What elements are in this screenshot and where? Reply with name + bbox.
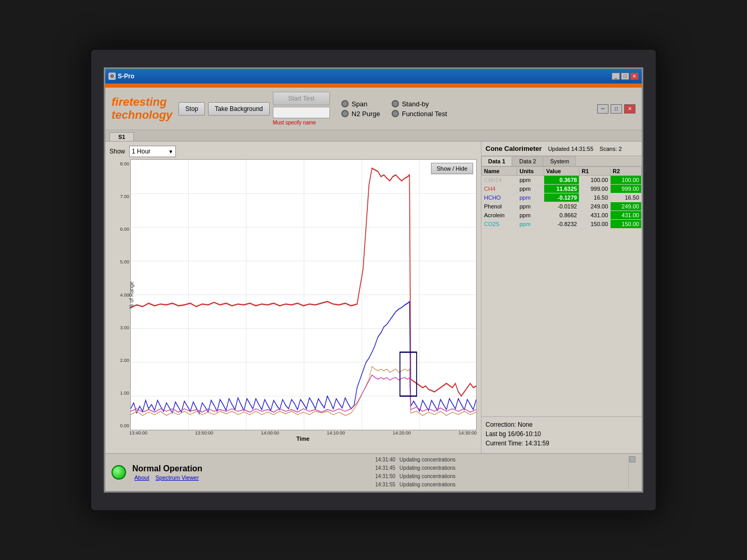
cell-name-ch4: CH4 (482, 185, 517, 193)
col-r1: R1 (579, 167, 611, 176)
test-name-input[interactable] (273, 107, 330, 118)
log-entry-4: 14:31:55 Updating concentrations (375, 481, 455, 489)
n2purge-label: N2 Purge (352, 110, 380, 118)
tab-data1[interactable]: Data 1 (481, 156, 512, 166)
table-row: CH4 ppm 11.6325 999.00 999.00 (482, 185, 642, 193)
take-background-button[interactable]: Take Background (208, 102, 270, 116)
cell-r2-ch4: 999.00 (611, 185, 642, 193)
col-units: Units (517, 167, 544, 176)
minimize-button[interactable]: _ (612, 73, 620, 80)
logo-line2: technology (112, 109, 172, 121)
span-label: Span (352, 100, 367, 108)
cell-name-phenol: Phenol (482, 202, 517, 211)
cell-r1-co2s: 150.00 (579, 220, 611, 229)
chart-panel: Show 1 Hour ▼ 8.00 7.00 6.00 5.00 (105, 142, 481, 453)
cell-name-acrolein: Acrolein (482, 211, 517, 220)
start-test-button[interactable]: Start Test (273, 92, 330, 105)
main-content: Show 1 Hour ▼ 8.00 7.00 6.00 5.00 (105, 142, 642, 453)
cone-updated: Updated 14:31:55 (548, 146, 593, 152)
col-value: Value (544, 167, 579, 176)
standby-functional-group: Stand-by Functional Test (392, 100, 447, 118)
col-r2: R2 (611, 167, 642, 176)
tab-s1[interactable]: S1 (109, 132, 134, 141)
cell-value-ch4: 11.6325 (544, 185, 579, 193)
time-range-value: 1 Hour (132, 148, 150, 155)
cell-value-c6h14: 0.3678 (544, 176, 579, 185)
cell-value-phenol: -0.0192 (544, 202, 579, 211)
scrollbar-area (628, 456, 635, 489)
span-radio[interactable]: Span (341, 100, 380, 108)
cell-units-c6h14: ppm (517, 176, 544, 185)
cell-r2-co2s: 150.00 (611, 220, 642, 229)
cell-r1-c6h14: 100.00 (579, 176, 611, 185)
window-max-button[interactable]: □ (611, 104, 622, 114)
cell-r1-acrolein: 431.00 (579, 211, 611, 220)
x-axis-area: 13:40:00 13:50:00 14:00:00 14:10:00 14:2… (109, 430, 477, 449)
show-label: Show (109, 148, 125, 155)
standby-radio[interactable]: Stand-by (392, 100, 447, 108)
cell-r1-ch4: 999.00 (579, 185, 611, 193)
status-bar: Normal Operation About Spectrum Viewer 1… (105, 453, 642, 491)
cell-units-phenol: ppm (517, 202, 544, 211)
about-link[interactable]: About (134, 474, 149, 481)
footer-links: About Spectrum Viewer (134, 474, 202, 481)
info-panel: Correction: None Last bg 16/06-10:10 Cur… (481, 416, 642, 453)
cell-r1-hcho: 16.50 (579, 193, 611, 202)
cell-value-hcho: -0.1279 (544, 193, 579, 202)
show-hide-button[interactable]: Show / Hide (431, 163, 473, 174)
cell-r1-phenol: 249.00 (579, 202, 611, 211)
monitor-screen: ⚙ S-Pro _ □ ✕ firetesting technology Sto… (104, 67, 643, 493)
standby-radio-circle (392, 100, 399, 107)
data-table: Name Units Value R1 R2 C6H14 ppm (481, 166, 642, 229)
x-axis-labels: 13:40:00 13:50:00 14:00:00 14:10:00 14:2… (109, 430, 477, 436)
cell-name-c6h14: C6H14 (482, 176, 517, 185)
window-close-button[interactable]: ✕ (624, 104, 635, 114)
cone-scans: Scans: 2 (600, 146, 622, 152)
cone-calorimeter-header: Cone Calorimeter Updated 14:31:55 Scans:… (481, 142, 642, 156)
title-bar-controls: _ □ ✕ (612, 73, 639, 80)
tab-bar: S1 (105, 130, 642, 142)
svg-rect-15 (400, 352, 417, 396)
table-row: Acrolein ppm 0.8662 431.00 431.00 (482, 211, 642, 220)
window-min-button[interactable]: ─ (597, 104, 608, 114)
span-radio-circle (341, 100, 349, 107)
cell-value-co2s: -0.8232 (544, 220, 579, 229)
cell-r2-acrolein: 431.00 (611, 211, 642, 220)
close-button[interactable]: ✕ (630, 73, 639, 80)
current-time-info: Current Time: 14:31:59 (486, 440, 638, 447)
col-name: Name (482, 167, 517, 176)
data-table-container: Name Units Value R1 R2 C6H14 ppm (481, 166, 642, 416)
log-entry-1: 14:31:40 Updating concentrations (375, 456, 455, 464)
table-row: HCHO ppm -0.1279 16.50 16.50 (482, 193, 642, 202)
functional-test-radio[interactable]: Functional Test (392, 110, 447, 118)
right-panel: Cone Calorimeter Updated 14:31:55 Scans:… (481, 142, 642, 453)
stop-button[interactable]: Stop (178, 102, 205, 116)
last-bg-info: Last bg 16/06-10:10 (486, 430, 638, 438)
n2purge-radio[interactable]: N2 Purge (341, 110, 380, 118)
chart-controls: Show 1 Hour ▼ (109, 146, 477, 157)
tab-system[interactable]: System (543, 156, 576, 166)
scrollbar-thumb[interactable] (629, 456, 635, 463)
monitor-bezel: ⚙ S-Pro _ □ ✕ firetesting technology Sto… (88, 47, 659, 513)
standby-label: Stand-by (402, 100, 429, 108)
y-axis-labels: 8.00 7.00 6.00 5.00 4.00 3.00 2.00 1.00 … (109, 159, 130, 430)
title-bar: ⚙ S-Pro _ □ ✕ (105, 69, 642, 83)
orange-accent-bar (105, 83, 642, 88)
must-specify-label: Must specify name (273, 120, 330, 125)
table-row: C6H14 ppm 0.3678 100.00 100.00 (482, 176, 642, 185)
data-tabs: Data 1 Data 2 System (481, 156, 642, 166)
tab-data2[interactable]: Data 2 (513, 156, 543, 166)
logo-line1: firetesting (112, 96, 172, 108)
log-entry-3: 14:31:50 Updating concentrations (375, 472, 455, 481)
x-axis-title: Time (109, 436, 477, 442)
maximize-button[interactable]: □ (621, 73, 629, 80)
cell-units-co2s: ppm (517, 220, 544, 229)
cell-name-hcho: HCHO (482, 193, 517, 202)
cell-value-acrolein: 0.8662 (544, 211, 579, 220)
cell-name-co2s: CO2S (482, 220, 517, 229)
time-range-dropdown[interactable]: 1 Hour ▼ (129, 146, 176, 157)
normal-operation-label: Normal Operation (132, 464, 202, 473)
spectrum-viewer-link[interactable]: Spectrum Viewer (156, 474, 199, 481)
status-text-area: Normal Operation About Spectrum Viewer (132, 464, 202, 481)
table-row: CO2S ppm -0.8232 150.00 150.00 (482, 220, 642, 229)
